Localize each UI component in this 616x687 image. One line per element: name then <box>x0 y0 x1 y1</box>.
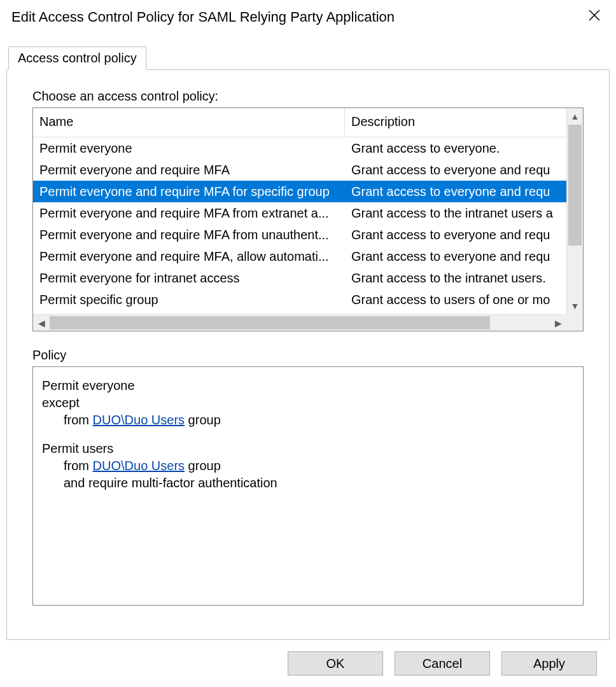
vertical-scroll-track[interactable] <box>567 125 583 298</box>
apply-button[interactable]: Apply <box>501 651 597 676</box>
column-header-description[interactable]: Description <box>345 108 583 137</box>
list-row[interactable]: Permit specific group Grant access to us… <box>33 289 583 310</box>
list-cell-description: Grant access to users of one or mo <box>345 293 583 307</box>
list-cell-name: Permit everyone and require MFA, allow a… <box>33 249 345 264</box>
scroll-left-arrow-icon[interactable]: ◀ <box>33 315 50 331</box>
list-cell-description: Grant access to the intranet users a <box>345 206 583 221</box>
cancel-button[interactable]: Cancel <box>395 651 490 676</box>
scroll-up-arrow-icon[interactable]: ▲ <box>567 108 583 125</box>
policy-line: from DUO\Duo Users group <box>42 457 574 475</box>
policy-list[interactable]: Name Description Permit everyone Grant a… <box>32 108 584 331</box>
list-cell-name: Permit everyone and require MFA for spec… <box>33 184 345 199</box>
list-cell-name: Permit everyone for intranet access <box>33 271 345 286</box>
close-button[interactable] <box>585 6 603 24</box>
horizontal-scrollbar[interactable]: ◀ ▶ <box>33 314 566 331</box>
scroll-right-arrow-icon[interactable]: ▶ <box>550 315 566 331</box>
vertical-scroll-thumb[interactable] <box>568 125 582 246</box>
list-cell-description: Grant access to everyone and requ <box>345 228 583 242</box>
policy-group-link[interactable]: DUO\Duo Users <box>93 459 185 473</box>
scroll-corner <box>566 314 583 331</box>
list-row[interactable]: Permit everyone for intranet access Gran… <box>33 267 583 289</box>
policy-text: group <box>185 413 221 427</box>
close-icon <box>589 10 600 21</box>
policy-list-body: Permit everyone Grant access to everyone… <box>33 137 583 331</box>
list-cell-name: Permit everyone and require MFA from ext… <box>33 206 345 221</box>
policy-line: from DUO\Duo Users group <box>42 412 574 429</box>
policy-text: from <box>64 459 93 473</box>
choose-policy-label: Choose an access control policy: <box>32 89 584 104</box>
column-header-name[interactable]: Name <box>33 108 345 137</box>
policy-text: group <box>185 459 221 473</box>
list-cell-description: Grant access to everyone and requ <box>345 249 583 264</box>
dialog-title: Edit Access Control Policy for SAML Rely… <box>11 9 395 25</box>
list-cell-name: Permit everyone and require MFA from una… <box>33 228 345 242</box>
list-cell-name: Permit everyone <box>33 141 345 156</box>
policy-line: and require multi-factor authentication <box>42 475 574 492</box>
list-cell-description: Grant access to everyone and requ <box>345 163 583 177</box>
policy-section-label: Policy <box>32 348 584 363</box>
list-cell-name: Permit everyone and require MFA <box>33 163 345 177</box>
tab-access-control-policy[interactable]: Access control policy <box>8 46 146 70</box>
list-row[interactable]: Permit everyone Grant access to everyone… <box>33 137 583 159</box>
policy-line: Permit everyone <box>42 377 574 394</box>
policy-line: except <box>42 394 574 412</box>
horizontal-scroll-track[interactable] <box>50 315 550 331</box>
list-row[interactable]: Permit everyone and require MFA Grant ac… <box>33 159 583 181</box>
list-row[interactable]: Permit everyone and require MFA, allow a… <box>33 246 583 267</box>
vertical-scrollbar[interactable]: ▲ ▼ <box>566 108 583 314</box>
horizontal-scroll-thumb[interactable] <box>50 316 490 330</box>
policy-line: Permit users <box>42 440 574 457</box>
list-row[interactable]: Permit everyone and require MFA from una… <box>33 224 583 246</box>
list-cell-name: Permit specific group <box>33 293 345 307</box>
list-cell-description: Grant access to everyone and requ <box>345 184 583 199</box>
tab-panel: Choose an access control policy: Name De… <box>6 70 610 640</box>
policy-text: from <box>64 413 93 427</box>
list-cell-description: Grant access to the intranet users. <box>345 271 583 286</box>
ok-button[interactable]: OK <box>288 651 383 676</box>
policy-detail-box: Permit everyone except from DUO\Duo User… <box>32 366 584 606</box>
policy-group-link[interactable]: DUO\Duo Users <box>93 413 185 427</box>
list-cell-description: Grant access to everyone. <box>345 141 583 156</box>
list-row[interactable]: Permit everyone and require MFA for spec… <box>33 181 583 202</box>
list-row[interactable]: Permit everyone and require MFA from ext… <box>33 202 583 224</box>
scroll-down-arrow-icon[interactable]: ▼ <box>567 298 583 314</box>
